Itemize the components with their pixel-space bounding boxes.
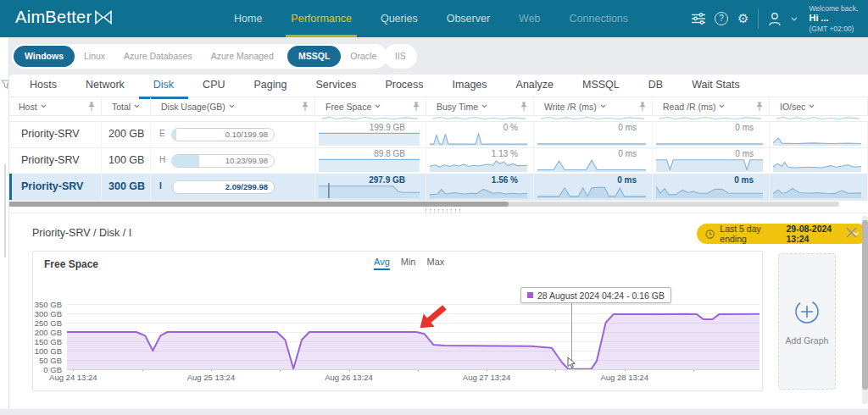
os-filter-linux[interactable]: Linux [75,46,114,67]
sparkline-box [656,157,763,172]
agg-tab-min[interactable]: Min [401,257,416,270]
os-filter-azure-databases[interactable]: Azure Databases [114,46,202,67]
column-header-disk-usage-gb[interactable]: Disk Usage(GB) [151,97,315,115]
pin-icon[interactable] [301,102,309,112]
sparkline [319,130,420,146]
app-logo[interactable]: AimBetter [15,8,113,27]
column-header-busy-time[interactable]: Busy Time [426,97,534,115]
column-header-read-r-ms[interactable]: Read /R (ms) [653,97,770,115]
tab-analyze[interactable]: Analyze [502,75,568,97]
write-cell: 0 ms [534,147,653,174]
tune-icon[interactable] [692,13,705,25]
column-header-host[interactable]: Host [8,97,102,115]
main-nav: HomePerformanceQueriesObserverWebConnect… [234,0,628,37]
tab-paging[interactable]: Paging [240,75,302,97]
total-cell: 100 GB [102,147,151,174]
tab-mssql[interactable]: MSSQL [568,75,634,97]
table-row-h[interactable]: Priority-SRV100 GBH10.23/99.9889.8 GB1.1… [8,147,868,174]
column-header-total[interactable]: Total [102,97,151,115]
drive-letter: E [159,129,165,138]
column-header-free-space[interactable]: Free Space [315,97,426,115]
tab-disk[interactable]: Disk [139,75,188,99]
partial-sparkline [541,115,644,121]
close-icon [845,226,858,239]
left-strip-scrollbar[interactable] [4,164,6,257]
tab-wait-stats[interactable]: Wait Stats [677,75,754,97]
pin-icon[interactable] [755,102,764,112]
top-bar: AimBetter HomePerformanceQueriesObserver… [0,0,868,37]
nav-item-queries[interactable]: Queries [381,0,418,37]
x-axis-tick [693,369,694,372]
sparkline-box [319,157,420,172]
column-label: IO/sec [780,102,805,112]
disk-usage-cell: H10.23/99.98 [151,147,315,174]
nav-item-observer[interactable]: Observer [447,0,490,37]
db-filter-oracle[interactable]: Oracle [341,46,386,67]
nav-item-home[interactable]: Home [234,0,262,37]
column-header-write-r-ms[interactable]: Write /R (ms) [534,97,653,115]
pin-icon[interactable] [520,102,528,112]
total-cell: 200 GB [102,121,151,147]
os-filter-windows[interactable]: Windows [14,46,75,67]
vertical-scrollbar-thumb[interactable] [862,220,868,390]
gear-icon[interactable]: ⚙ [737,11,748,26]
agg-tab-avg[interactable]: Avg [374,257,390,270]
mouse-cursor [567,357,576,368]
x-axis-label: Aug 27 13:24 [451,373,522,382]
host-cell: Priority-SRV [8,121,102,147]
table-header: HostTotalDisk Usage(GB)Free SpaceBusy Ti… [8,97,868,116]
db-filter-group: MSSQLOracle [286,44,387,69]
usage-value: 2.09/299.98 [225,182,268,191]
web-filter-iis[interactable]: IIS [386,46,415,67]
free-cell: 297.9 GB [315,174,426,200]
read-cell: 0 ms [653,121,770,147]
y-axis-label: 50 GB [33,356,62,365]
user-icon[interactable] [768,12,782,26]
x-axis-tick [625,369,626,372]
column-label: Disk Usage(GB) [161,102,225,112]
x-axis-label: Aug 24 13:24 [37,373,108,382]
tooltip-text: 28 August 2024 04:24 - 0.16 GB [537,290,665,301]
table-row-i[interactable]: Priority-SRV300 GBI2.09/299.98297.9 GB1.… [8,174,868,201]
pin-icon[interactable] [87,102,96,112]
pin-icon[interactable] [638,102,647,112]
sparkline-box [537,183,646,198]
horizontal-scrollbar-thumb[interactable] [8,202,509,207]
tab-db[interactable]: DB [634,75,677,97]
chart-tooltip: 28 August 2024 04:24 - 0.16 GB [520,287,671,303]
usage-fill-bar [172,181,174,193]
tab-process[interactable]: Process [370,75,437,97]
usage-capsule: 10.23/99.98 [171,154,275,168]
tab-services[interactable]: Services [301,75,370,97]
tab-hosts[interactable]: Hosts [15,75,71,97]
nav-item-web[interactable]: Web [519,0,540,37]
os-filter-azure-managed[interactable]: Azure Managed [202,46,283,67]
x-axis-label: Aug 28 13:24 [589,373,660,382]
db-filter-mssql[interactable]: MSSQL [287,46,341,67]
tab-network[interactable]: Network [71,75,139,97]
close-detail-button[interactable] [843,224,860,241]
total-value: 200 GB [102,121,150,147]
x-axis-tick [142,369,143,372]
tab-images[interactable]: Images [438,75,502,97]
column-header-io-sec[interactable]: IO/sec [770,97,868,115]
nav-item-connections[interactable]: Connections [570,0,629,37]
agg-tab-max[interactable]: Max [427,257,445,270]
help-icon[interactable]: ? [715,12,728,25]
breadcrumb: Priority-SRV / Disk / I [32,227,131,239]
pin-icon[interactable] [412,102,420,112]
tab-cpu[interactable]: CPU [188,75,239,97]
total-value: 100 GB [102,147,150,174]
drive-letter: H [159,155,165,164]
usage-fill-bar [172,155,199,167]
panel-divider [8,213,868,213]
sparkline [773,130,861,146]
add-graph-button[interactable]: Add Graph [778,253,836,390]
metric-tabs: HostsNetworkDiskCPUPagingServicesProcess… [8,75,868,97]
welcome-timezone: (GMT +02:00) [809,25,858,34]
busy-cell: 1.13 % [426,147,534,174]
sparkline [656,183,763,198]
table-row-e[interactable]: Priority-SRV200 GBE0.10/199.98199.9 GB0 … [8,121,868,148]
nav-item-performance[interactable]: Performance [291,0,352,37]
chevron-down-icon[interactable] [791,17,798,21]
